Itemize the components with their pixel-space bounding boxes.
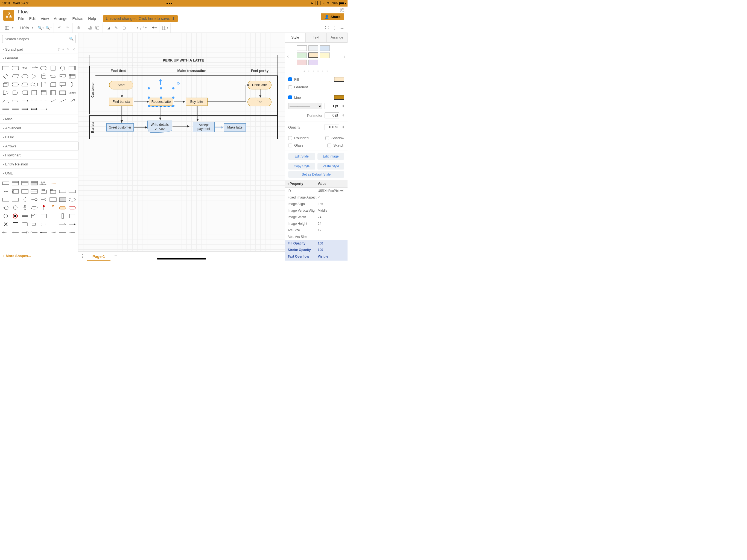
shape-line2[interactable]: [58, 98, 67, 104]
property-row[interactable]: Stroke Opacity100: [285, 247, 347, 253]
shape-link3[interactable]: [21, 106, 29, 112]
shape-process[interactable]: [68, 65, 76, 71]
shape-link4[interactable]: [30, 106, 38, 112]
node-request-latte[interactable]: Request latte: [149, 98, 173, 106]
node-start[interactable]: Start: [109, 81, 133, 90]
swatch-selected[interactable]: [308, 52, 318, 58]
property-row[interactable]: Image AlignLeft: [285, 201, 347, 207]
shape-tape[interactable]: [30, 81, 38, 88]
uml-agg[interactable]: [30, 229, 38, 236]
uml-dep[interactable]: [49, 229, 57, 236]
menu-help[interactable]: Help: [88, 17, 96, 21]
zoom-in-icon[interactable]: 🔍+: [38, 25, 44, 31]
node-end[interactable]: End: [248, 98, 272, 106]
swimlane-diagram[interactable]: PERK UP WITH A LATTE Customer Feel tired…: [89, 55, 278, 139]
document-title[interactable]: Flow: [18, 9, 321, 15]
uml-lollipop[interactable]: [40, 205, 48, 211]
uml-destroy[interactable]: [2, 221, 10, 228]
to-front-icon[interactable]: [87, 25, 93, 31]
uml-usecase[interactable]: [68, 196, 76, 203]
opacity-input[interactable]: [325, 124, 339, 130]
node-accept-payment[interactable]: Accept payment: [193, 122, 215, 132]
uml-frame[interactable]: [30, 213, 38, 219]
uml-comp[interactable]: [11, 188, 20, 195]
uml-rect2[interactable]: [11, 196, 20, 203]
canvas[interactable]: PERK UP WITH A LATTE Customer Feel tired…: [78, 33, 285, 251]
uml-header[interactable]: ▾UML: [0, 169, 78, 178]
swatch[interactable]: [320, 45, 330, 51]
shape-note[interactable]: [40, 81, 48, 88]
shape-actor[interactable]: [68, 81, 76, 88]
uml-lifeline2[interactable]: [49, 221, 57, 228]
zoom-out-icon[interactable]: 🔍−: [45, 25, 52, 31]
set-default-button[interactable]: Set as Default Style: [288, 171, 344, 178]
misc-header[interactable]: ▸Misc: [0, 114, 78, 124]
format-panel-icon[interactable]: ▯: [331, 25, 338, 31]
page-tab[interactable]: Page-1: [87, 252, 110, 261]
uml-class2[interactable]: [21, 180, 29, 186]
scratchpad-header[interactable]: ▸ Scratchpad ? + ✎ ✕: [0, 45, 78, 54]
shape-frame[interactable]: [40, 90, 48, 96]
uml-provided[interactable]: [30, 196, 38, 203]
uml-module[interactable]: [40, 188, 48, 195]
shape-hexagon[interactable]: [21, 73, 29, 80]
shape-dashed[interactable]: [30, 98, 38, 104]
shape-dotted[interactable]: [40, 98, 48, 104]
page-menu-icon[interactable]: ⋮: [79, 253, 86, 259]
property-row[interactable]: IDU5RXhFocPblnwl: [285, 187, 347, 194]
menu-edit[interactable]: Edit: [29, 17, 36, 21]
uml-class4[interactable]: [49, 196, 57, 203]
shape-biarrow[interactable]: [11, 98, 20, 104]
shape-circle[interactable]: [58, 65, 67, 71]
paste-style-button[interactable]: Paste Style: [317, 163, 344, 170]
shape-rounded[interactable]: [11, 65, 20, 71]
uml-ret[interactable]: [2, 229, 10, 236]
uml-self2[interactable]: [40, 221, 48, 228]
shape-doc[interactable]: [58, 73, 67, 80]
uml-object[interactable]: [2, 180, 10, 186]
gradient-checkbox[interactable]: [288, 85, 292, 89]
search-shapes-input[interactable]: [2, 35, 76, 43]
sketch-checkbox[interactable]: [327, 144, 331, 147]
stroke-icon[interactable]: ✎: [113, 25, 120, 31]
shape-link5[interactable]: [40, 106, 48, 112]
uml-title[interactable]: Title: [2, 188, 10, 195]
shape-datastore[interactable]: [21, 90, 29, 96]
uml-req[interactable]: [40, 196, 48, 203]
uml-comp3[interactable]: [40, 229, 48, 236]
view-mode-button[interactable]: [4, 25, 10, 31]
perimeter-input[interactable]: [325, 112, 339, 119]
uml-field[interactable]: + field: attribute: [40, 180, 48, 186]
uml-block[interactable]: [30, 188, 38, 195]
advanced-header[interactable]: ▸Advanced: [0, 124, 78, 133]
connection-icon[interactable]: →▾: [132, 25, 138, 31]
line-style-select[interactable]: ────────: [288, 103, 323, 109]
shape-internal[interactable]: [68, 73, 76, 80]
uml-rect1[interactable]: [2, 196, 10, 203]
redo-icon[interactable]: ↷: [64, 25, 71, 31]
swatch[interactable]: [297, 45, 307, 51]
uml-usecase2[interactable]: [30, 205, 38, 211]
uml-comp2[interactable]: [21, 188, 29, 195]
swatch[interactable]: [308, 45, 318, 51]
uml-state[interactable]: [58, 205, 67, 211]
to-back-icon[interactable]: [94, 25, 101, 31]
shape-listitem[interactable]: List item: [68, 90, 76, 96]
waypoint-icon[interactable]: ┌┘▾: [140, 25, 146, 31]
uml-divider[interactable]: [49, 180, 57, 186]
uml-assoc[interactable]: [58, 229, 67, 236]
general-header[interactable]: ▾ General: [0, 54, 78, 62]
shape-heading[interactable]: Heading──: [30, 65, 38, 71]
add-page-button[interactable]: +: [111, 253, 120, 259]
shape-curve[interactable]: [2, 98, 10, 104]
plus-icon[interactable]: +: [62, 48, 64, 51]
property-row[interactable]: Abs. Arc Size: [285, 233, 347, 240]
uml-pkg[interactable]: [49, 188, 57, 195]
node-write-details[interactable]: Write details on cup: [147, 121, 172, 133]
uml-class5[interactable]: [58, 196, 67, 203]
shape-diamond[interactable]: [2, 73, 10, 80]
uml-boundary[interactable]: [2, 205, 10, 211]
property-row[interactable]: Fixed Image Aspect✓: [285, 194, 347, 201]
uml-end[interactable]: [11, 213, 20, 219]
shape-cloud[interactable]: [49, 73, 57, 80]
